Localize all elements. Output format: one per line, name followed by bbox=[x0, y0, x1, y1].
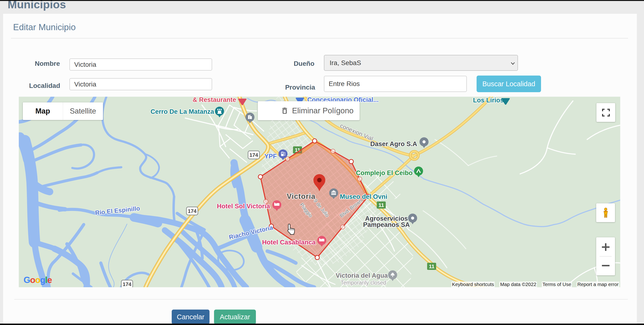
svg-text:Complejo El Ceibo: Complejo El Ceibo bbox=[356, 169, 412, 177]
svg-text:& Restaurante: & Restaurante bbox=[193, 97, 236, 103]
svg-text:174: 174 bbox=[188, 208, 197, 214]
svg-text:Cerro De La Matanza: Cerro De La Matanza bbox=[150, 108, 214, 115]
svg-text:YPF: YPF bbox=[264, 153, 277, 160]
svg-text:Victoria del Agua: Victoria del Agua bbox=[336, 272, 388, 279]
svg-text:11: 11 bbox=[429, 264, 434, 269]
svg-text:Hotel Sol Victoria: Hotel Sol Victoria bbox=[217, 203, 270, 210]
svg-text:Daser Agro S.A: Daser Agro S.A bbox=[370, 140, 417, 148]
svg-text:11: 11 bbox=[378, 202, 384, 208]
svg-text:Los Lirios: Los Lirios bbox=[473, 97, 504, 104]
svg-text:174: 174 bbox=[250, 152, 258, 158]
svg-text:Temporarily closed: Temporarily closed bbox=[340, 280, 386, 286]
svg-text:Museo del Ovni: Museo del Ovni bbox=[340, 193, 388, 200]
svg-text:Hotel Casablanca: Hotel Casablanca bbox=[262, 239, 316, 246]
svg-text:Pampeanos SA: Pampeanos SA bbox=[363, 221, 410, 228]
svg-text:Victoria: Victoria bbox=[286, 192, 315, 201]
svg-text:174: 174 bbox=[123, 281, 132, 287]
